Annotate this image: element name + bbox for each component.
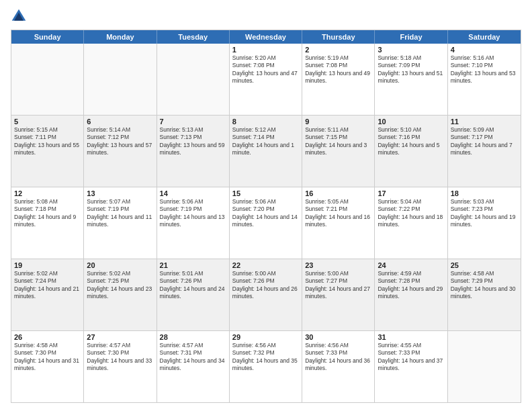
day-number: 27 [87, 333, 153, 341]
cell-info: Sunrise: 5:12 AM Sunset: 7:14 PM Dayligh… [232, 126, 299, 157]
table-row: 14Sunrise: 5:06 AM Sunset: 7:19 PM Dayli… [157, 187, 230, 259]
cell-info: Sunrise: 5:08 AM Sunset: 7:18 PM Dayligh… [14, 198, 81, 229]
table-row: 24Sunrise: 4:59 AM Sunset: 7:28 PM Dayli… [375, 259, 447, 330]
table-row: 21Sunrise: 5:01 AM Sunset: 7:26 PM Dayli… [157, 259, 230, 330]
day-number: 21 [160, 261, 226, 269]
cell-info: Sunrise: 4:55 AM Sunset: 7:33 PM Dayligh… [378, 342, 444, 373]
day-number: 2 [305, 46, 371, 54]
cell-info: Sunrise: 5:04 AM Sunset: 7:22 PM Dayligh… [378, 198, 444, 229]
table-row: 2Sunrise: 5:19 AM Sunset: 7:08 PM Daylig… [302, 44, 375, 115]
cell-info: Sunrise: 5:01 AM Sunset: 7:26 PM Dayligh… [160, 270, 226, 301]
header-day-monday: Monday [84, 30, 157, 44]
table-row: 28Sunrise: 4:57 AM Sunset: 7:31 PM Dayli… [157, 331, 230, 402]
table-row: 20Sunrise: 5:02 AM Sunset: 7:25 PM Dayli… [84, 259, 157, 330]
day-number: 7 [160, 118, 226, 126]
day-number: 26 [14, 333, 81, 341]
table-row: 30Sunrise: 4:56 AM Sunset: 7:33 PM Dayli… [302, 331, 375, 402]
day-number: 5 [14, 118, 81, 126]
cell-info: Sunrise: 5:00 AM Sunset: 7:27 PM Dayligh… [305, 270, 371, 301]
table-row: 10Sunrise: 5:10 AM Sunset: 7:16 PM Dayli… [375, 116, 447, 187]
calendar-header: SundayMondayTuesdayWednesdayThursdayFrid… [11, 30, 521, 44]
table-row: 17Sunrise: 5:04 AM Sunset: 7:22 PM Dayli… [375, 187, 447, 259]
day-number: 12 [14, 189, 81, 197]
cell-info: Sunrise: 4:58 AM Sunset: 7:29 PM Dayligh… [451, 270, 518, 301]
cell-info: Sunrise: 5:19 AM Sunset: 7:08 PM Dayligh… [305, 54, 371, 85]
cell-info: Sunrise: 5:06 AM Sunset: 7:20 PM Dayligh… [232, 198, 299, 229]
day-number: 6 [87, 118, 153, 126]
cell-info: Sunrise: 4:58 AM Sunset: 7:30 PM Dayligh… [14, 342, 81, 373]
table-row: 15Sunrise: 5:06 AM Sunset: 7:20 PM Dayli… [230, 187, 302, 259]
cell-info: Sunrise: 5:09 AM Sunset: 7:17 PM Dayligh… [451, 126, 518, 157]
cell-info: Sunrise: 5:14 AM Sunset: 7:12 PM Dayligh… [87, 126, 153, 157]
table-row [84, 44, 157, 115]
table-row: 5Sunrise: 5:15 AM Sunset: 7:11 PM Daylig… [11, 116, 84, 187]
day-number: 16 [305, 189, 371, 197]
table-row: 12Sunrise: 5:08 AM Sunset: 7:18 PM Dayli… [11, 187, 84, 259]
cell-info: Sunrise: 5:20 AM Sunset: 7:08 PM Dayligh… [232, 54, 299, 85]
header-day-wednesday: Wednesday [230, 30, 302, 44]
table-row: 7Sunrise: 5:13 AM Sunset: 7:13 PM Daylig… [157, 116, 230, 187]
day-number: 15 [232, 189, 299, 197]
day-number: 29 [232, 333, 299, 341]
day-number: 8 [232, 118, 299, 126]
table-row: 18Sunrise: 5:03 AM Sunset: 7:23 PM Dayli… [448, 187, 521, 259]
table-row: 8Sunrise: 5:12 AM Sunset: 7:14 PM Daylig… [230, 116, 302, 187]
calendar-body: 1Sunrise: 5:20 AM Sunset: 7:08 PM Daylig… [11, 44, 521, 402]
day-number: 25 [451, 261, 518, 269]
calendar-row-1: 1Sunrise: 5:20 AM Sunset: 7:08 PM Daylig… [11, 44, 521, 116]
cell-info: Sunrise: 4:57 AM Sunset: 7:31 PM Dayligh… [160, 342, 226, 373]
page: SundayMondayTuesdayWednesdayThursdayFrid… [0, 0, 532, 411]
table-row: 1Sunrise: 5:20 AM Sunset: 7:08 PM Daylig… [230, 44, 302, 115]
cell-info: Sunrise: 5:02 AM Sunset: 7:25 PM Dayligh… [87, 270, 153, 301]
table-row: 11Sunrise: 5:09 AM Sunset: 7:17 PM Dayli… [448, 116, 521, 187]
cell-info: Sunrise: 4:59 AM Sunset: 7:28 PM Dayligh… [378, 270, 444, 301]
table-row: 29Sunrise: 4:56 AM Sunset: 7:32 PM Dayli… [230, 331, 302, 402]
cell-info: Sunrise: 4:57 AM Sunset: 7:30 PM Dayligh… [87, 342, 153, 373]
header-day-tuesday: Tuesday [157, 30, 230, 44]
header-day-thursday: Thursday [302, 30, 375, 44]
header [11, 8, 521, 24]
table-row: 22Sunrise: 5:00 AM Sunset: 7:26 PM Dayli… [230, 259, 302, 330]
cell-info: Sunrise: 5:02 AM Sunset: 7:24 PM Dayligh… [14, 270, 81, 301]
cell-info: Sunrise: 5:15 AM Sunset: 7:11 PM Dayligh… [14, 126, 81, 157]
cell-info: Sunrise: 5:13 AM Sunset: 7:13 PM Dayligh… [160, 126, 226, 157]
day-number: 13 [87, 189, 153, 197]
cell-info: Sunrise: 5:16 AM Sunset: 7:10 PM Dayligh… [451, 54, 518, 85]
calendar-row-2: 5Sunrise: 5:15 AM Sunset: 7:11 PM Daylig… [11, 116, 521, 187]
day-number: 1 [232, 46, 299, 54]
calendar-row-3: 12Sunrise: 5:08 AM Sunset: 7:18 PM Dayli… [11, 187, 521, 259]
calendar: SundayMondayTuesdayWednesdayThursdayFrid… [11, 30, 521, 403]
day-number: 23 [305, 261, 371, 269]
table-row [11, 44, 84, 115]
day-number: 28 [160, 333, 226, 341]
table-row: 25Sunrise: 4:58 AM Sunset: 7:29 PM Dayli… [448, 259, 521, 330]
table-row: 13Sunrise: 5:07 AM Sunset: 7:19 PM Dayli… [84, 187, 157, 259]
day-number: 19 [14, 261, 81, 269]
cell-info: Sunrise: 5:18 AM Sunset: 7:09 PM Dayligh… [378, 54, 444, 85]
cell-info: Sunrise: 5:00 AM Sunset: 7:26 PM Dayligh… [232, 270, 299, 301]
logo [11, 8, 30, 24]
day-number: 30 [305, 333, 371, 341]
table-row: 27Sunrise: 4:57 AM Sunset: 7:30 PM Dayli… [84, 331, 157, 402]
header-day-saturday: Saturday [448, 30, 521, 44]
day-number: 4 [451, 46, 518, 54]
table-row: 31Sunrise: 4:55 AM Sunset: 7:33 PM Dayli… [375, 331, 447, 402]
cell-info: Sunrise: 5:05 AM Sunset: 7:21 PM Dayligh… [305, 198, 371, 229]
cell-info: Sunrise: 5:03 AM Sunset: 7:23 PM Dayligh… [451, 198, 518, 229]
table-row: 9Sunrise: 5:11 AM Sunset: 7:15 PM Daylig… [302, 116, 375, 187]
table-row: 16Sunrise: 5:05 AM Sunset: 7:21 PM Dayli… [302, 187, 375, 259]
table-row [448, 331, 521, 402]
day-number: 22 [232, 261, 299, 269]
table-row: 3Sunrise: 5:18 AM Sunset: 7:09 PM Daylig… [375, 44, 447, 115]
cell-info: Sunrise: 4:56 AM Sunset: 7:33 PM Dayligh… [305, 342, 371, 373]
cell-info: Sunrise: 5:10 AM Sunset: 7:16 PM Dayligh… [378, 126, 444, 157]
day-number: 31 [378, 333, 444, 341]
calendar-row-4: 19Sunrise: 5:02 AM Sunset: 7:24 PM Dayli… [11, 259, 521, 331]
header-day-friday: Friday [375, 30, 447, 44]
day-number: 14 [160, 189, 226, 197]
day-number: 3 [378, 46, 444, 54]
day-number: 18 [451, 189, 518, 197]
cell-info: Sunrise: 5:06 AM Sunset: 7:19 PM Dayligh… [160, 198, 226, 229]
cell-info: Sunrise: 5:07 AM Sunset: 7:19 PM Dayligh… [87, 198, 153, 229]
day-number: 11 [451, 118, 518, 126]
